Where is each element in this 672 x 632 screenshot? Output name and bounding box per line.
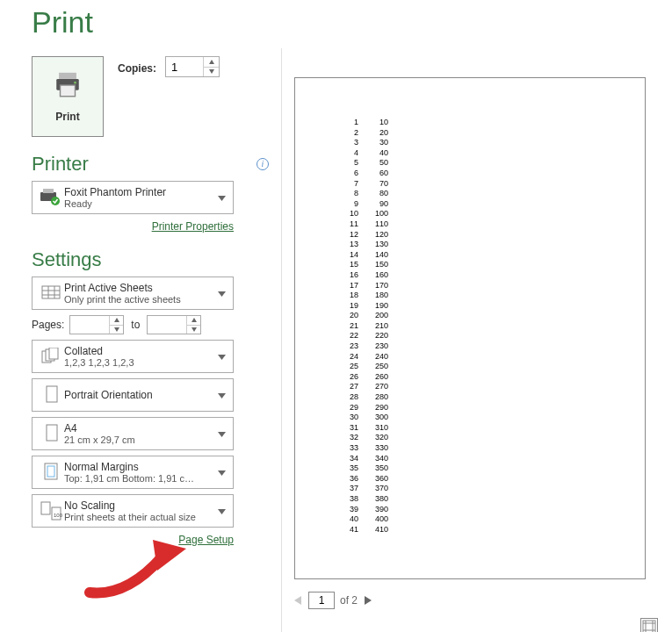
preview-row: 40400	[339, 514, 610, 525]
preview-row: 26260	[339, 372, 610, 383]
page-title: Print	[32, 5, 672, 49]
print-button[interactable]: Print	[32, 56, 104, 137]
vertical-divider	[281, 48, 282, 632]
copies-down[interactable]	[204, 68, 219, 77]
pages-from-input[interactable]	[70, 316, 109, 334]
collate-title: Collated	[64, 345, 210, 357]
preview-row: 880	[339, 189, 610, 199]
printer-properties-link[interactable]: Printer Properties	[152, 220, 234, 233]
margins-dropdown[interactable]: Normal Margins Top: 1,91 cm Bottom: 1,91…	[32, 456, 234, 489]
preview-row: 32320	[339, 433, 610, 443]
copies-stepper[interactable]	[165, 56, 220, 77]
preview-row: 15150	[339, 260, 610, 270]
info-icon[interactable]: i	[257, 158, 269, 170]
scaling-dropdown[interactable]: 100 No Scaling Print sheets at their act…	[32, 494, 234, 528]
copies-up[interactable]	[204, 57, 219, 68]
paper-dropdown[interactable]: A4 21 cm x 29,7 cm	[32, 417, 234, 450]
pages-to-up[interactable]	[187, 316, 200, 326]
preview-row: 11110	[339, 219, 610, 230]
preview-row: 330	[339, 138, 610, 148]
settings-section-header: Settings	[32, 248, 102, 271]
printer-status-icon	[38, 189, 64, 206]
pages-from[interactable]	[69, 315, 124, 334]
preview-row: 27270	[339, 382, 610, 392]
margins-icon	[38, 463, 64, 482]
svg-marker-18	[191, 318, 197, 322]
preview-table: 1102203304405506607708809901010011110121…	[339, 118, 610, 535]
pages-from-up[interactable]	[110, 316, 123, 326]
pages-from-down[interactable]	[110, 326, 123, 334]
preview-row: 31310	[339, 423, 610, 434]
printer-dropdown[interactable]: Foxit Phantom Printer Ready	[32, 181, 234, 214]
page-total: of 2	[340, 594, 358, 607]
print-preview: 1102203304405506607708809901010011110121…	[294, 77, 646, 579]
portrait-icon	[38, 385, 64, 405]
svg-marker-16	[114, 318, 119, 322]
preview-row: 110	[339, 118, 610, 128]
svg-marker-30	[218, 470, 226, 476]
pages-to[interactable]	[147, 315, 201, 334]
chevron-down-icon	[215, 427, 228, 440]
preview-row: 38380	[339, 494, 610, 505]
show-margins-button[interactable]	[640, 618, 658, 632]
paper-icon	[38, 424, 64, 443]
right-panel: 1102203304405506607708809901010011110121…	[294, 53, 663, 609]
svg-rect-10	[42, 286, 60, 298]
preview-row: 990	[339, 199, 610, 210]
pages-to-label: to	[131, 319, 140, 331]
page-current-input[interactable]	[308, 592, 335, 609]
printer-section-header: Printer	[32, 153, 89, 176]
preview-row: 39390	[339, 505, 610, 515]
page-setup-link[interactable]: Page Setup	[178, 534, 234, 546]
svg-marker-27	[218, 432, 226, 437]
preview-row: 13130	[339, 240, 610, 250]
preview-row: 10100	[339, 209, 610, 219]
preview-row: 440	[339, 148, 610, 159]
svg-point-3	[74, 82, 76, 84]
preview-row: 35350	[339, 463, 610, 474]
page-next-button[interactable]	[365, 596, 373, 605]
preview-row: 21210	[339, 321, 610, 332]
preview-row: 14140	[339, 250, 610, 261]
sheets-icon	[38, 284, 64, 302]
print-what-dropdown[interactable]: Print Active Sheets Only print the activ…	[32, 276, 234, 310]
printer-icon	[53, 70, 83, 100]
chevron-down-icon	[215, 505, 228, 517]
preview-row: 33330	[339, 443, 610, 454]
svg-rect-7	[43, 189, 54, 193]
preview-row: 41410	[339, 525, 610, 535]
preview-row: 17170	[339, 281, 610, 291]
pages-to-input[interactable]	[148, 316, 186, 334]
orientation-title: Portrait Orientation	[64, 389, 210, 401]
printer-status: Ready	[64, 198, 210, 209]
print-button-label: Print	[55, 111, 79, 123]
preview-row: 37370	[339, 484, 610, 494]
collate-dropdown[interactable]: Collated 1,2,3 1,2,3 1,2,3	[32, 340, 234, 373]
page-prev-button[interactable]	[294, 596, 303, 605]
print-what-sub: Only print the active sheets	[64, 294, 210, 305]
svg-marker-36	[365, 596, 372, 605]
svg-text:100: 100	[54, 513, 62, 518]
scaling-sub: Print sheets at their actual size	[64, 512, 210, 522]
preview-row: 29290	[339, 403, 610, 413]
orientation-dropdown[interactable]: Portrait Orientation	[32, 378, 234, 412]
chevron-down-icon	[215, 466, 228, 478]
preview-row: 220	[339, 128, 610, 139]
svg-marker-17	[114, 327, 119, 332]
scaling-icon: 100	[38, 501, 64, 521]
preview-row: 20200	[339, 311, 610, 321]
preview-row: 770	[339, 179, 610, 190]
printer-name: Foxit Phantom Printer	[64, 186, 210, 198]
pages-to-down[interactable]	[187, 326, 200, 334]
chevron-down-icon	[215, 287, 228, 299]
preview-row: 34340	[339, 454, 610, 464]
svg-marker-34	[218, 509, 226, 514]
svg-marker-9	[218, 196, 226, 201]
svg-rect-24	[47, 386, 57, 402]
margins-title: Normal Margins	[64, 461, 210, 473]
svg-marker-35	[294, 596, 301, 605]
paper-sub: 21 cm x 29,7 cm	[64, 434, 210, 445]
preview-row: 16160	[339, 270, 610, 281]
copies-input[interactable]	[166, 57, 203, 76]
collate-sub: 1,2,3 1,2,3 1,2,3	[64, 357, 210, 368]
